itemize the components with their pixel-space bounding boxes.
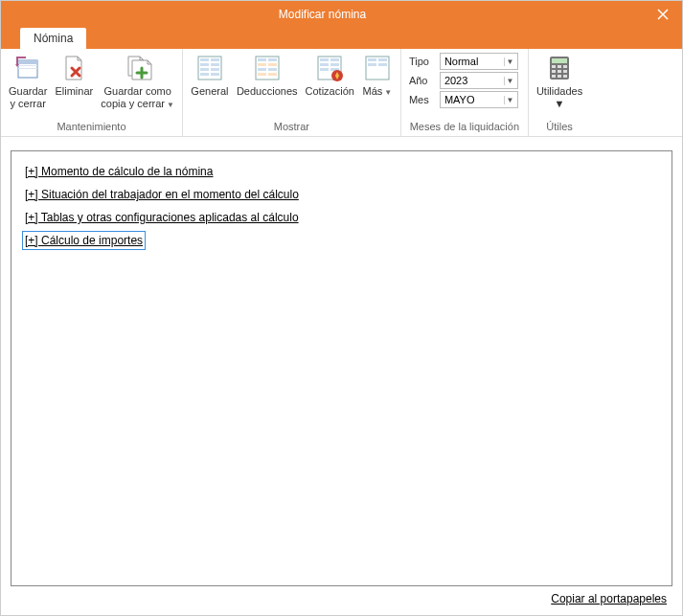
svg-rect-5 xyxy=(200,58,209,61)
delete-icon xyxy=(58,53,89,83)
utilities-label: Utilidades xyxy=(536,85,582,97)
svg-rect-9 xyxy=(200,68,209,71)
svg-rect-42 xyxy=(563,70,567,73)
save-copy-icon xyxy=(123,53,153,83)
delete-button[interactable]: Eliminar xyxy=(51,51,97,100)
svg-rect-34 xyxy=(378,63,387,66)
svg-rect-11 xyxy=(200,73,209,76)
ribbon: Guardar y cerrar Eliminar Guarda xyxy=(1,49,682,137)
deductions-label: Deducciones xyxy=(237,85,298,98)
window-title: Modificar nómina xyxy=(1,8,644,21)
svg-rect-32 xyxy=(378,58,387,61)
utilities-button[interactable]: Utilidades ▼ xyxy=(533,51,586,112)
group-tools: Utilidades ▼ Útiles xyxy=(529,49,590,136)
chevron-down-icon: ▼ xyxy=(555,98,565,110)
svg-rect-41 xyxy=(558,70,561,73)
type-label: Tipo xyxy=(409,56,436,67)
year-select[interactable]: 2023 ▼ xyxy=(440,72,518,89)
svg-rect-17 xyxy=(268,63,277,66)
tree-item[interactable]: [+] Tablas y otras configuraciones aplic… xyxy=(25,211,299,224)
svg-rect-18 xyxy=(258,68,266,71)
svg-rect-3 xyxy=(18,68,37,69)
calculator-icon xyxy=(544,53,575,83)
group-show: General Deducciones xyxy=(183,49,401,136)
save-copy-button[interactable]: Guardar como copia y cerrar▼ xyxy=(97,51,178,112)
svg-rect-19 xyxy=(268,68,277,71)
svg-rect-23 xyxy=(320,58,329,61)
copy-clipboard-link[interactable]: Copiar al portapapeles xyxy=(551,592,667,605)
group-show-label: Mostrar xyxy=(187,121,397,134)
svg-rect-21 xyxy=(268,73,277,76)
chevron-down-icon: ▼ xyxy=(504,77,515,85)
svg-rect-15 xyxy=(268,58,277,61)
close-icon xyxy=(657,9,669,20)
tab-nomina[interactable]: Nómina xyxy=(20,28,86,49)
more-button[interactable]: Más▼ xyxy=(358,51,397,100)
group-maintenance-label: Mantenimiento xyxy=(5,121,178,134)
group-months: Tipo Normal ▼ Año 2023 ▼ Mes xyxy=(401,49,529,136)
titlebar: Modificar nómina xyxy=(1,1,682,28)
contribution-label: Cotización xyxy=(306,85,354,98)
svg-rect-37 xyxy=(552,65,556,68)
footer: Copiar al portapapeles xyxy=(11,586,672,611)
general-button[interactable]: General xyxy=(187,51,233,100)
chevron-down-icon: ▼ xyxy=(167,101,174,109)
tab-strip: Nómina xyxy=(1,28,682,49)
month-select[interactable]: MAYO ▼ xyxy=(440,91,518,108)
svg-rect-43 xyxy=(552,75,556,78)
svg-rect-45 xyxy=(563,75,567,78)
svg-rect-16 xyxy=(258,63,266,66)
chevron-down-icon: ▼ xyxy=(384,88,392,97)
general-label: General xyxy=(191,85,228,98)
month-label: Mes xyxy=(409,94,436,105)
save-close-button[interactable]: Guardar y cerrar xyxy=(5,51,51,112)
year-label: Año xyxy=(409,75,436,86)
save-copy-label: Guardar como copia y cerrar xyxy=(101,85,171,109)
svg-rect-40 xyxy=(552,70,556,73)
svg-rect-33 xyxy=(368,63,376,66)
chevron-down-icon: ▼ xyxy=(504,96,515,104)
contribution-icon xyxy=(314,53,345,83)
general-icon xyxy=(194,53,225,83)
month-value: MAYO xyxy=(444,94,475,105)
tree-item[interactable]: [+] Momento de cálculo de la nómina xyxy=(25,165,213,178)
tree-item[interactable]: [+] Situación del trabajador en el momen… xyxy=(25,188,299,201)
group-months-label: Meses de la liquidación xyxy=(405,121,524,134)
svg-rect-12 xyxy=(211,73,219,76)
svg-rect-1 xyxy=(18,60,37,64)
svg-rect-31 xyxy=(368,58,376,61)
save-close-label: Guardar y cerrar xyxy=(9,85,47,110)
svg-rect-8 xyxy=(211,63,219,66)
deductions-button[interactable]: Deducciones xyxy=(233,51,302,100)
svg-rect-39 xyxy=(563,65,567,68)
svg-rect-20 xyxy=(258,73,266,76)
content-area: [+] Momento de cálculo de la nómina [+] … xyxy=(1,137,682,615)
type-select[interactable]: Normal ▼ xyxy=(440,53,518,70)
more-label: Más xyxy=(363,85,383,97)
svg-rect-25 xyxy=(320,63,329,66)
svg-rect-10 xyxy=(211,68,219,71)
svg-rect-27 xyxy=(320,68,329,71)
save-close-icon xyxy=(12,53,43,83)
delete-label: Eliminar xyxy=(55,85,93,98)
more-icon xyxy=(362,53,393,83)
svg-rect-38 xyxy=(558,65,561,68)
svg-rect-36 xyxy=(552,58,567,63)
contribution-button[interactable]: Cotización xyxy=(302,51,358,100)
close-button[interactable] xyxy=(644,1,682,28)
type-value: Normal xyxy=(444,56,478,67)
tree-item[interactable]: [+] Cálculo de importes xyxy=(25,234,143,247)
svg-rect-26 xyxy=(330,63,339,66)
svg-rect-6 xyxy=(211,58,219,61)
deductions-icon xyxy=(252,53,283,83)
year-value: 2023 xyxy=(444,75,467,86)
content-box: [+] Momento de cálculo de la nómina [+] … xyxy=(11,150,672,586)
svg-rect-14 xyxy=(258,58,266,61)
chevron-down-icon: ▼ xyxy=(504,57,515,66)
svg-rect-7 xyxy=(200,63,209,66)
svg-rect-44 xyxy=(558,75,561,78)
svg-rect-24 xyxy=(330,58,339,61)
svg-rect-2 xyxy=(18,65,37,66)
group-maintenance: Guardar y cerrar Eliminar Guarda xyxy=(1,49,183,136)
group-tools-label: Útiles xyxy=(533,121,586,134)
